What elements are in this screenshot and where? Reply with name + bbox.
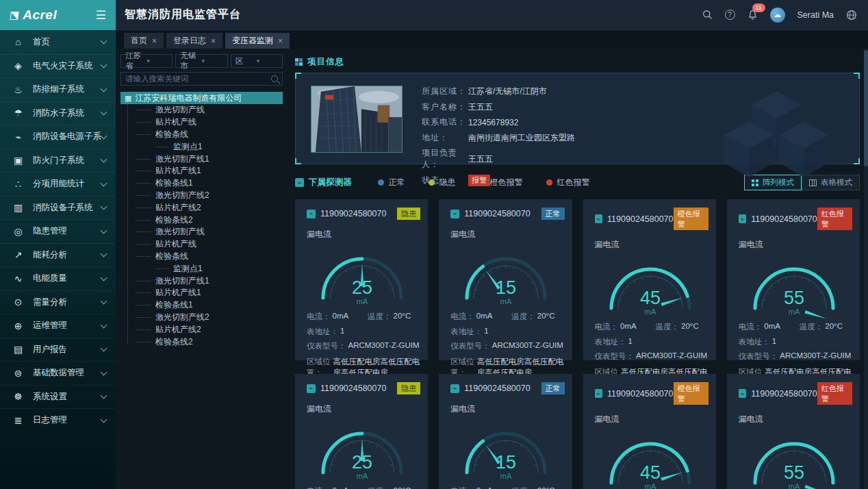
tree-connector bbox=[137, 110, 151, 110]
tree-item[interactable]: 贴片机产线 bbox=[120, 116, 283, 129]
sidebar-item-trend-chart[interactable]: ↗能耗分析 bbox=[0, 243, 116, 267]
tree-item-label: 激光切割产线 bbox=[155, 104, 205, 116]
tab-首页[interactable]: 首页× bbox=[124, 33, 164, 49]
tree-item[interactable]: 激光切割产线2 bbox=[120, 312, 283, 324]
sidebar-item-demand[interactable]: ⊙需量分析 bbox=[0, 290, 116, 314]
tree-item[interactable]: 检验条线1 bbox=[120, 177, 283, 190]
tree-item[interactable]: 贴片机产线1 bbox=[120, 287, 283, 299]
meter-address-value: 1 bbox=[628, 337, 633, 347]
sidebar-item-label: 运维管理 bbox=[33, 320, 101, 331]
water-icon: ☂ bbox=[12, 108, 24, 118]
sidebar-item-nodes[interactable]: ∴分项用能统计 bbox=[0, 172, 116, 196]
temperature-value: 20°C bbox=[394, 312, 411, 322]
meter-model-value: ARCM300T-Z-GUIM bbox=[780, 351, 851, 362]
sidebar-item-report[interactable]: ▤用户报告 bbox=[0, 338, 116, 362]
svg-text:25: 25 bbox=[352, 277, 372, 298]
tree-item[interactable]: 激光切割产线1 bbox=[120, 275, 283, 287]
tree-item[interactable]: 贴片机产线2 bbox=[120, 201, 283, 214]
tree-item[interactable]: 检验条线2 bbox=[120, 336, 283, 348]
tree-item[interactable]: 贴片机产线2 bbox=[120, 323, 283, 336]
detector-card[interactable]: ⌁11909024580070隐患漏电流25mA电流：0mA温度：20°C表地址… bbox=[295, 374, 428, 489]
user-name[interactable]: Serati Ma bbox=[797, 10, 834, 20]
region-select[interactable]: 江苏省▾ bbox=[120, 54, 173, 68]
search-input[interactable] bbox=[125, 75, 271, 83]
meter-model-value: ARCM300T-Z-GUIM bbox=[492, 341, 563, 351]
sidebar-item-water[interactable]: ☂消防水子系统 bbox=[0, 101, 116, 125]
svg-text:15: 15 bbox=[496, 277, 516, 298]
tree-item[interactable]: 贴片机产线1 bbox=[120, 165, 283, 177]
detector-card[interactable]: ⌁11909024580070红色报警漏电流55mA电流：0mA温度：20°C表… bbox=[727, 199, 860, 360]
sidebar-item-power-plug[interactable]: ⌁消防设备电源子系统 bbox=[0, 125, 116, 149]
sidebar-item-hydrant[interactable]: ▥消防设备子系统 bbox=[0, 196, 116, 220]
chevron-down-icon: ▾ bbox=[146, 58, 168, 64]
scrollbar[interactable] bbox=[864, 49, 868, 489]
detector-card[interactable]: ⌁11909024580070橙色报警漏电流45mA电流：0mA温度：20°C表… bbox=[583, 199, 716, 360]
tree-item[interactable]: 激光切割产线1 bbox=[120, 153, 283, 165]
tree-item[interactable]: 检验条线 bbox=[120, 251, 283, 263]
language-globe-icon[interactable] bbox=[846, 10, 857, 21]
avatar[interactable]: ☁ bbox=[770, 8, 785, 23]
close-icon[interactable]: × bbox=[152, 36, 157, 46]
tree-item[interactable]: 监测点1 bbox=[120, 262, 283, 275]
tree-item[interactable]: 激光切割产线 bbox=[120, 104, 283, 116]
meter-model-label: 仪表型号： bbox=[307, 341, 346, 351]
tree-item[interactable]: 激光切割产线2 bbox=[120, 190, 283, 202]
tree-root-company[interactable]: ▦ 江苏安科瑞电器制造有限公司 bbox=[120, 92, 283, 104]
tree-connector bbox=[137, 171, 151, 171]
sidebar-item-waveform[interactable]: ∿电能质量 bbox=[0, 266, 116, 290]
tree-item[interactable]: 监测点1 bbox=[120, 140, 283, 153]
region-select[interactable]: 无锡市▾ bbox=[175, 54, 227, 68]
detector-card[interactable]: ⌁11909024580070隐患漏电流25mA电流：0mA温度：20°C表地址… bbox=[295, 199, 428, 360]
tree-item[interactable]: 贴片机产线 bbox=[120, 238, 283, 251]
field-label: 客户名称： bbox=[422, 101, 468, 113]
tree-item-label: 贴片机产线 bbox=[155, 238, 196, 250]
close-icon[interactable]: × bbox=[211, 36, 216, 46]
tree-connector bbox=[137, 122, 151, 123]
tab-变压器监测[interactable]: 变压器监测× bbox=[225, 33, 290, 49]
detector-card[interactable]: ⌁11909024580070正常漏电流15mA电流：0mA温度：20°C表地址… bbox=[439, 199, 572, 360]
sidebar-item-fire-door[interactable]: ▣防火门子系统 bbox=[0, 149, 116, 173]
footer-row: 仪表型号：ARCM300T-Z-GUIM bbox=[739, 351, 852, 362]
sidebar-item-shield[interactable]: ◈电气火灾子系统 bbox=[0, 54, 116, 78]
field-label: 地址： bbox=[422, 132, 468, 144]
notifications-bell-icon[interactable]: 11 bbox=[748, 10, 758, 21]
help-icon[interactable]: ? bbox=[725, 10, 735, 20]
tab-登录日志[interactable]: 登录日志× bbox=[166, 33, 222, 49]
sidebar-item-label: 防排烟子系统 bbox=[33, 84, 101, 95]
sidebar-item-smoke-fan[interactable]: ♨防排烟子系统 bbox=[0, 77, 116, 101]
search-icon[interactable] bbox=[702, 10, 713, 20]
region-select[interactable]: 区▾ bbox=[231, 54, 283, 68]
sidebar-item-target[interactable]: ◎隐患管理 bbox=[0, 219, 116, 243]
footer-row: 表地址：1 bbox=[450, 327, 564, 337]
sidebar-item-label: 隐患管理 bbox=[33, 225, 101, 237]
sidebar-item-ops-globe[interactable]: ⊕运维管理 bbox=[0, 314, 116, 338]
hamburger-menu-icon[interactable]: ☰ bbox=[96, 8, 106, 23]
temperature-label: 温度： bbox=[368, 486, 392, 489]
chevron-down-icon bbox=[101, 85, 107, 92]
tree-item-label: 激光切割产线 bbox=[155, 226, 205, 238]
sidebar-item-home[interactable]: ⌂首页 bbox=[0, 30, 116, 54]
sidebar-item-label: 系统设置 bbox=[33, 391, 101, 403]
search-input-icon[interactable] bbox=[271, 75, 278, 82]
corner-accent bbox=[295, 73, 301, 79]
scrollbar-thumb[interactable] bbox=[864, 50, 868, 166]
sidebar-item-label: 分项用能统计 bbox=[33, 178, 101, 190]
close-icon[interactable]: × bbox=[278, 36, 283, 46]
hydrant-icon: ▥ bbox=[12, 202, 24, 213]
search-box bbox=[120, 72, 283, 86]
temperature-value: 20°C bbox=[537, 486, 555, 489]
tree-connector bbox=[137, 317, 151, 318]
tree-item[interactable]: 检验条线1 bbox=[120, 299, 283, 312]
demand-icon: ⊙ bbox=[12, 297, 24, 308]
tree-item[interactable]: 激光切割产线 bbox=[120, 226, 283, 238]
tree-item[interactable]: 检验条线 bbox=[120, 129, 283, 141]
detector-card[interactable]: ⌁11909024580070橙色报警漏电流45mA电流：0mA温度：20°C表… bbox=[583, 374, 716, 489]
tree-item[interactable]: 检验条线2 bbox=[120, 214, 283, 226]
sidebar-item-log[interactable]: ≣日志管理 bbox=[0, 408, 116, 432]
project-status-row: 状态：报警 bbox=[422, 175, 575, 186]
status-badge-hazard: 隐患 bbox=[397, 208, 420, 220]
sidebar-item-gear[interactable]: ☸系统设置 bbox=[0, 385, 116, 409]
sidebar-item-database[interactable]: ⊜基础数据管理 bbox=[0, 361, 116, 385]
detector-card[interactable]: ⌁11909024580070正常漏电流15mA电流：0mA温度：20°C表地址… bbox=[439, 374, 572, 489]
detector-card[interactable]: ⌁11909024580070红色报警漏电流55mA电流：0mA温度：20°C表… bbox=[727, 374, 860, 489]
